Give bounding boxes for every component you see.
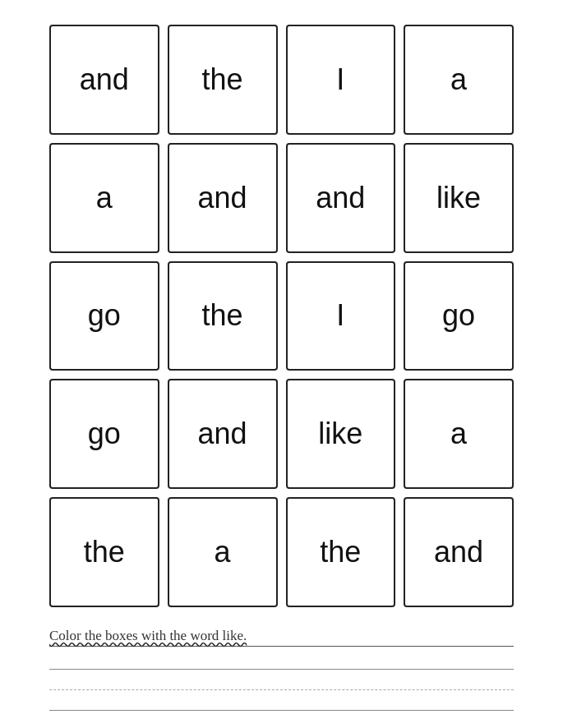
instruction-text: Color the boxes with the word like. [49, 628, 514, 644]
word-box: the [49, 497, 159, 607]
writing-line-4 [49, 713, 514, 728]
writing-lines [49, 652, 514, 728]
word-box: a [404, 379, 514, 489]
word-box: and [168, 379, 278, 489]
writing-line-1 [49, 652, 514, 670]
word-box: and [168, 143, 278, 253]
word-box: and [49, 25, 159, 135]
word-box: I [286, 261, 396, 371]
word-box: a [404, 25, 514, 135]
word-box: a [49, 143, 159, 253]
word-box: go [49, 379, 159, 489]
word-box: I [286, 25, 396, 135]
writing-line-2 [49, 672, 514, 690]
word-box: like [404, 143, 514, 253]
word-box: and [286, 143, 396, 253]
writing-line-3 [49, 693, 514, 711]
word-box: go [404, 261, 514, 371]
word-grid: andtheIaaandandlikegotheIgogoandlikeathe… [49, 25, 514, 607]
word-box: the [168, 261, 278, 371]
word-box: go [49, 261, 159, 371]
word-box: and [404, 497, 514, 607]
instruction-line: Color the boxes with the word like. [49, 624, 514, 647]
word-box: the [286, 497, 396, 607]
instruction-area: Color the boxes with the word like. [49, 624, 514, 728]
word-box: the [168, 25, 278, 135]
word-box: a [168, 497, 278, 607]
word-box: like [286, 379, 396, 489]
